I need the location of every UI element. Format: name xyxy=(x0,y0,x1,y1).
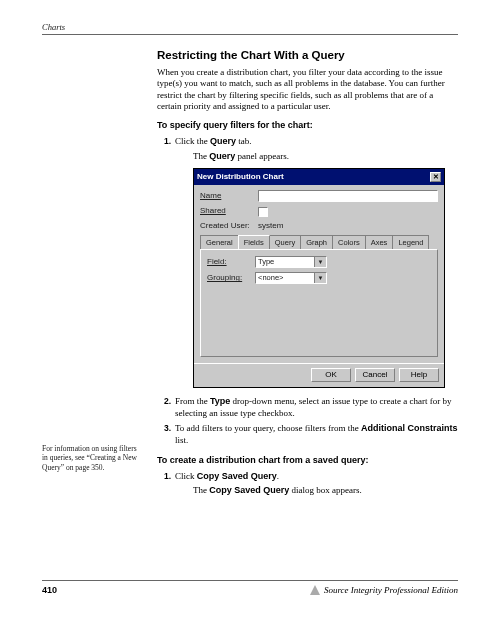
tab-fields[interactable]: Fields xyxy=(238,235,270,249)
steps-list-2: 1. Click Copy Saved Query. The Copy Save… xyxy=(157,471,458,497)
step-text: Click the Query tab. xyxy=(175,136,252,146)
page-number: 410 xyxy=(42,585,57,595)
step-number: 1. xyxy=(157,136,171,147)
step-number: 1. xyxy=(157,471,171,482)
field-combo-value: Type xyxy=(256,257,314,267)
created-user-value: system xyxy=(258,221,283,231)
step-number: 2. xyxy=(157,396,171,407)
page: Charts Restricting the Chart With a Quer… xyxy=(0,0,500,621)
tab-query[interactable]: Query xyxy=(269,235,301,249)
dialog-body: Name Shared Created User: system Ge xyxy=(194,185,444,363)
new-distribution-chart-dialog: New Distribution Chart ✕ Name Shared xyxy=(193,168,445,388)
page-footer: 410 Source Integrity Professional Editio… xyxy=(42,580,458,595)
step-2: 2. From the Type drop-down menu, select … xyxy=(157,396,458,419)
shared-row: Shared xyxy=(200,206,438,216)
tab-general[interactable]: General xyxy=(200,235,239,249)
ok-button[interactable]: OK xyxy=(311,368,351,382)
shared-checkbox[interactable] xyxy=(258,207,268,217)
tab-legend[interactable]: Legend xyxy=(392,235,429,249)
step-b1: 1. Click Copy Saved Query. The Copy Save… xyxy=(157,471,458,497)
step-text: Click Copy Saved Query. xyxy=(175,471,279,481)
created-user-label: Created User: xyxy=(200,221,258,231)
dialog-titlebar[interactable]: New Distribution Chart ✕ xyxy=(194,169,444,185)
footer-edition: Source Integrity Professional Edition xyxy=(310,585,458,595)
step-result: The Query panel appears. xyxy=(193,151,458,163)
grouping-row: Grouping: <none> ▼ xyxy=(207,272,431,284)
name-row: Name xyxy=(200,190,438,202)
step-result: The Copy Saved Query dialog box appears. xyxy=(193,485,458,497)
name-label: Name xyxy=(200,191,258,201)
tab-graph[interactable]: Graph xyxy=(300,235,333,249)
dialog-buttons: OK Cancel Help xyxy=(194,363,444,387)
logo-icon xyxy=(310,585,320,595)
step-1: 1. Click the Query tab. The Query panel … xyxy=(157,136,458,388)
tab-axes[interactable]: Axes xyxy=(365,235,394,249)
step-number: 3. xyxy=(157,423,171,434)
field-label: Field: xyxy=(207,257,255,267)
created-user-row: Created User: system xyxy=(200,221,438,231)
chevron-down-icon[interactable]: ▼ xyxy=(314,273,326,283)
tab-panel: Field: Type ▼ Grouping: <none> xyxy=(200,249,438,357)
help-button[interactable]: Help xyxy=(399,368,439,382)
steps-list-1: 1. Click the Query tab. The Query panel … xyxy=(157,136,458,447)
intro-paragraph: When you create a distribution chart, yo… xyxy=(157,67,458,112)
cancel-button[interactable]: Cancel xyxy=(355,368,395,382)
grouping-combo[interactable]: <none> ▼ xyxy=(255,272,327,284)
tabs-row: General Fields Query Graph Colors Axes L… xyxy=(200,235,438,249)
content-column: Restricting the Chart With a Query When … xyxy=(157,49,458,497)
chevron-down-icon[interactable]: ▼ xyxy=(314,257,326,267)
name-field[interactable] xyxy=(258,190,438,202)
procedure-heading-2: To create a distribution chart from a sa… xyxy=(157,455,458,465)
step-3: 3. To add filters to your query, choose … xyxy=(157,423,458,446)
grouping-combo-value: <none> xyxy=(256,273,314,283)
shared-label: Shared xyxy=(200,206,258,216)
running-header: Charts xyxy=(42,22,458,35)
tab-colors[interactable]: Colors xyxy=(332,235,366,249)
field-combo[interactable]: Type ▼ xyxy=(255,256,327,268)
procedure-heading-1: To specify query filters for the chart: xyxy=(157,120,458,130)
field-row: Field: Type ▼ xyxy=(207,256,431,268)
margin-note: For information on using filters in quer… xyxy=(42,444,142,472)
section-title: Restricting the Chart With a Query xyxy=(157,49,458,61)
step-text: From the Type drop-down menu, select an … xyxy=(175,396,452,418)
step-text: To add filters to your query, choose fil… xyxy=(175,423,458,445)
dialog-title: New Distribution Chart xyxy=(197,172,284,182)
close-icon[interactable]: ✕ xyxy=(430,172,441,182)
grouping-label: Grouping: xyxy=(207,273,255,283)
